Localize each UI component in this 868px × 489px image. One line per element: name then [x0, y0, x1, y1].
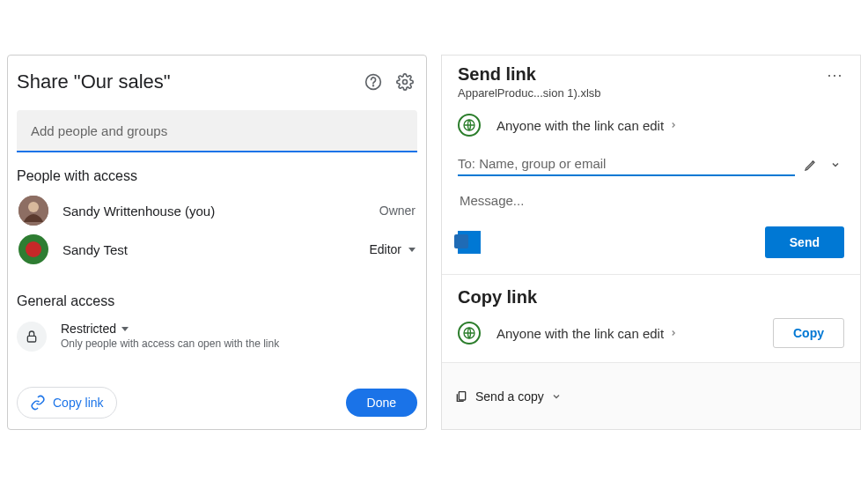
svg-rect-5: [27, 336, 35, 342]
outlook-icon[interactable]: [458, 231, 481, 254]
avatar: [18, 234, 48, 264]
recipient-row: [458, 152, 844, 176]
general-access-row: Restricted Only people with access can o…: [17, 322, 417, 352]
edit-permission-icon[interactable]: [802, 158, 820, 172]
svg-point-2: [403, 80, 408, 85]
general-access-subtext: Only people with access can open with th…: [61, 337, 417, 350]
send-link-title: Send link: [458, 64, 827, 85]
copy-file-icon: [454, 389, 468, 404]
send-button[interactable]: Send: [765, 226, 844, 258]
lock-icon: [17, 322, 47, 352]
settings-icon[interactable]: [393, 70, 417, 94]
filename-label: ApparelProduc...sion 1).xlsb: [458, 86, 844, 100]
chevron-down-icon: [408, 248, 416, 252]
done-button[interactable]: Done: [346, 389, 417, 417]
general-access-title: General access: [17, 293, 417, 309]
add-people-input[interactable]: [29, 122, 405, 139]
role-label: Editor: [369, 242, 401, 256]
send-copy-label: Send a copy: [475, 389, 544, 404]
link-icon: [30, 395, 46, 411]
svg-rect-8: [459, 391, 465, 399]
send-link-dialog: Send link ⋯ ApparelProduc...sion 1).xlsb…: [441, 55, 861, 430]
role-dropdown[interactable]: Editor: [369, 242, 416, 256]
person-name: Sandy Test: [63, 242, 369, 257]
person-row: Sandy Writtenhouse (you) Owner: [17, 191, 417, 230]
general-access-mode-dropdown[interactable]: Restricted: [61, 322, 417, 336]
svg-point-4: [28, 202, 39, 212]
send-link-section: Send link ⋯ ApparelProduc...sion 1).xlsb…: [442, 56, 860, 275]
send-a-copy-bar[interactable]: Send a copy: [442, 363, 860, 429]
chevron-right-icon: [669, 329, 678, 337]
share-header: Share "Our sales": [17, 64, 417, 100]
chevron-down-icon[interactable]: [827, 159, 844, 170]
general-access-mode: Restricted: [61, 322, 116, 336]
globe-icon: [458, 114, 481, 137]
chevron-down-icon: [121, 327, 129, 331]
message-input[interactable]: [458, 192, 844, 209]
svg-point-1: [373, 85, 374, 86]
send-row: Send: [458, 226, 844, 258]
chevron-right-icon: [669, 121, 678, 130]
copy-link-button[interactable]: Copy link: [17, 387, 117, 419]
share-title: Share "Our sales": [17, 70, 354, 93]
link-permission-row[interactable]: Anyone with the link can edit: [458, 114, 844, 137]
help-icon[interactable]: [361, 70, 386, 94]
copy-link-row: Anyone with the link can edit Copy: [458, 318, 844, 348]
copy-button[interactable]: Copy: [773, 318, 844, 348]
copy-link-section: Copy link Anyone with the link can edit …: [442, 275, 860, 363]
share-footer: Copy link Done: [17, 376, 417, 419]
permission-text: Anyone with the link can edit: [497, 118, 664, 133]
copy-link-title: Copy link: [458, 287, 844, 307]
person-name: Sandy Writtenhouse (you): [63, 204, 379, 219]
person-row: Sandy Test Editor: [17, 230, 417, 269]
globe-icon: [458, 322, 481, 345]
recipient-input[interactable]: [458, 152, 795, 176]
share-dialog: Share "Our sales" People with access San…: [7, 55, 427, 430]
avatar: [18, 196, 48, 226]
copy-link-label: Copy link: [53, 396, 104, 410]
role-label: Owner: [379, 204, 416, 218]
send-link-header: Send link ⋯: [458, 64, 844, 85]
add-people-field-wrap[interactable]: [17, 110, 417, 152]
chevron-down-icon: [551, 391, 562, 402]
more-options-icon[interactable]: ⋯: [827, 65, 844, 85]
permission-text: Anyone with the link can edit: [497, 326, 664, 341]
people-section-title: People with access: [17, 168, 417, 184]
